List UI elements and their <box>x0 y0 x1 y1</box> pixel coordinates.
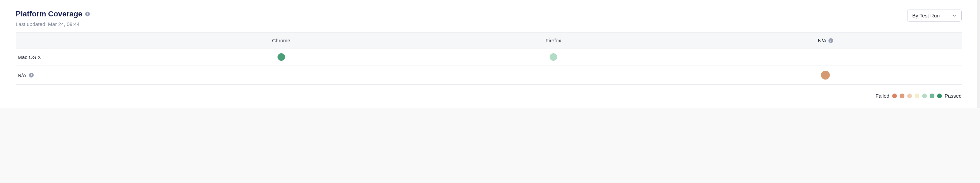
cell-macosx-na <box>690 52 962 62</box>
last-updated: Last updated: Mar 24, 09:44 <box>16 21 90 27</box>
row-label-text: N/A <box>18 72 26 78</box>
table-row: Mac OS X <box>16 48 962 66</box>
cell-na-chrome <box>145 70 417 80</box>
view-select[interactable]: By Test Run <box>907 10 962 21</box>
table-header-row: Chrome Firefox N/A i <box>16 33 962 48</box>
legend-swatch <box>892 93 897 98</box>
legend-failed-label: Failed <box>875 93 889 99</box>
cell-na-na[interactable] <box>690 66 962 84</box>
cell-macosx-chrome[interactable] <box>145 48 417 66</box>
platform-coverage-panel: Platform Coverage i Last updated: Mar 24… <box>0 0 980 108</box>
table-row: N/A i <box>16 66 962 85</box>
col-header-na-text: N/A <box>818 38 826 43</box>
col-header-os <box>16 36 145 45</box>
chevron-down-icon <box>952 14 956 18</box>
status-dot <box>550 53 557 61</box>
legend: Failed Passed <box>16 93 962 99</box>
info-icon[interactable]: i <box>85 11 90 16</box>
legend-swatch <box>922 93 927 98</box>
legend-swatch <box>937 93 942 98</box>
coverage-table: Chrome Firefox N/A i Mac OS X <box>16 32 962 85</box>
info-icon[interactable]: i <box>29 73 34 77</box>
col-header-firefox: Firefox <box>417 33 689 48</box>
view-select-label: By Test Run <box>912 13 940 18</box>
row-label-na: N/A i <box>16 67 145 83</box>
col-header-chrome: Chrome <box>145 33 417 48</box>
legend-swatch <box>900 93 904 98</box>
row-label-text: Mac OS X <box>18 54 41 60</box>
page-title: Platform Coverage i <box>16 10 90 18</box>
row-label-macosx: Mac OS X <box>16 50 145 65</box>
status-dot <box>821 71 830 80</box>
legend-swatch <box>930 93 934 98</box>
legend-swatch <box>907 93 912 98</box>
title-text: Platform Coverage <box>16 10 83 18</box>
legend-swatch <box>915 93 920 98</box>
status-dot <box>277 53 285 61</box>
cell-macosx-firefox[interactable] <box>417 48 689 66</box>
col-header-na: N/A i <box>690 33 962 48</box>
cell-na-firefox <box>417 70 689 80</box>
legend-passed-label: Passed <box>945 93 962 99</box>
info-icon[interactable]: i <box>829 38 833 43</box>
title-block: Platform Coverage i Last updated: Mar 24… <box>16 10 90 27</box>
panel-header: Platform Coverage i Last updated: Mar 24… <box>16 10 962 27</box>
